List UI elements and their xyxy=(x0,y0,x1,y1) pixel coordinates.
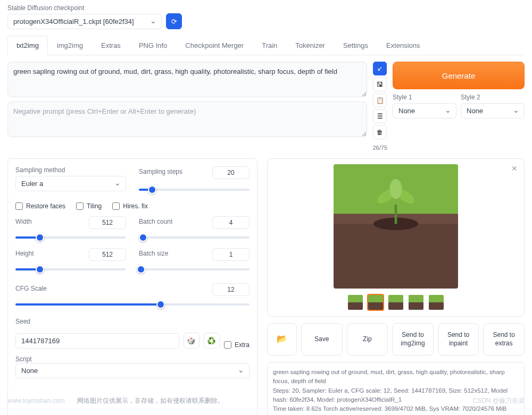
generate-button[interactable]: Generate xyxy=(393,62,525,89)
cfg-slider[interactable] xyxy=(15,299,250,310)
svg-rect-17 xyxy=(409,302,423,310)
svg-rect-19 xyxy=(429,302,444,310)
batch-count-input[interactable] xyxy=(212,216,250,229)
generation-info: green sapling rowing out of ground, mud,… xyxy=(267,362,525,415)
script-select[interactable]: None xyxy=(15,363,250,378)
sampling-steps-label: Sampling steps xyxy=(139,168,182,175)
style2-select[interactable]: None xyxy=(461,103,525,118)
negative-prompt-input[interactable] xyxy=(7,101,367,137)
settings-panel: Sampling method Euler a Sampling steps R… xyxy=(7,158,257,415)
tiling-check[interactable]: Tiling xyxy=(76,202,102,210)
batch-size-slider[interactable] xyxy=(139,264,250,275)
batch-size-label: Batch size xyxy=(139,250,168,257)
folder-icon: 📂 xyxy=(277,334,287,343)
tab-pnginfo[interactable]: PNG Info xyxy=(130,36,176,55)
height-label: Height xyxy=(15,250,34,257)
checkpoint-select[interactable]: protogenX34OfficialR_1.ckpt [60fe2f34] xyxy=(7,14,162,29)
save-button[interactable]: Save xyxy=(301,323,343,355)
height-slider[interactable] xyxy=(15,264,126,275)
trash-icon: 🗑 xyxy=(377,129,383,136)
cfg-label: CFG Scale xyxy=(15,285,47,292)
watermark-url: www.toymoban.com xyxy=(7,397,64,404)
hires-fix-check[interactable]: Hires. fix xyxy=(112,202,148,210)
apply-style-button[interactable]: ☰ xyxy=(373,109,387,123)
style1-label: Style 1 xyxy=(393,94,456,101)
send-img2img-button[interactable]: Send to img2img xyxy=(392,323,434,355)
svg-rect-10 xyxy=(348,295,363,302)
gallery-thumb-4[interactable] xyxy=(428,294,445,311)
save-style-button[interactable]: 🖫 xyxy=(373,78,387,91)
tab-img2img[interactable]: img2img xyxy=(48,36,92,55)
main-tabs: txt2img img2img Extras PNG Info Checkpoi… xyxy=(7,36,525,55)
gallery-thumb-0[interactable] xyxy=(347,294,364,311)
watermark-text: 网络图片仅供展示，非存储，如有侵权请联系删除。 xyxy=(77,397,224,404)
width-input[interactable] xyxy=(89,216,126,229)
tab-tokenizer[interactable]: Tokenizer xyxy=(286,36,334,55)
tab-settings[interactable]: Settings xyxy=(334,36,377,55)
script-label: Script xyxy=(15,355,32,363)
send-inpaint-button[interactable]: Send to inpaint xyxy=(438,323,479,355)
arrow-icon: ↙ xyxy=(377,65,383,72)
dice-icon: 🎲 xyxy=(187,337,196,345)
tab-checkpoint-merger[interactable]: Checkpoint Merger xyxy=(176,36,253,55)
gallery-thumb-2[interactable] xyxy=(387,294,404,311)
width-label: Width xyxy=(15,218,32,225)
info-prompt: green sapling rowing out of ground, mud,… xyxy=(273,368,519,386)
tab-extras[interactable]: Extras xyxy=(92,36,130,55)
batch-size-input[interactable] xyxy=(212,248,250,261)
output-gallery: ✕ xyxy=(267,158,525,317)
tab-txt2img[interactable]: txt2img xyxy=(7,36,48,55)
open-folder-button[interactable]: 📂 xyxy=(267,323,297,355)
sapling-image xyxy=(334,164,458,289)
token-counter: 26/75 xyxy=(372,145,387,151)
zip-button[interactable]: Zip xyxy=(347,323,388,355)
prompt-input[interactable]: green sapling rowing out of ground, mud,… xyxy=(7,62,367,97)
restore-faces-check[interactable]: Restore faces xyxy=(15,202,65,210)
main-output-image[interactable] xyxy=(334,164,458,289)
refresh-checkpoint-button[interactable]: ⟳ xyxy=(166,13,182,29)
cfg-input[interactable] xyxy=(212,283,250,296)
save-icon: 🖫 xyxy=(377,81,383,88)
style2-label: Style 2 xyxy=(461,94,525,101)
svg-rect-11 xyxy=(348,302,363,310)
tab-extensions[interactable]: Extensions xyxy=(377,36,429,55)
gallery-thumb-1[interactable] xyxy=(367,294,384,311)
style1-select[interactable]: None xyxy=(393,103,456,118)
list-icon: ☰ xyxy=(377,113,383,120)
checkpoint-label: Stable Diffusion checkpoint xyxy=(7,4,162,12)
batch-count-label: Batch count xyxy=(139,218,172,225)
sampling-method-select[interactable]: Euler a xyxy=(15,176,126,191)
info-timing: Time taken: 8.62s Torch active/reserved:… xyxy=(273,404,519,415)
tab-train[interactable]: Train xyxy=(253,36,286,55)
seed-input[interactable] xyxy=(15,333,179,349)
sampling-method-label: Sampling method xyxy=(15,166,126,174)
svg-rect-16 xyxy=(409,295,423,302)
seed-label: Seed xyxy=(15,318,30,325)
svg-rect-13 xyxy=(368,302,383,310)
svg-point-9 xyxy=(389,179,402,199)
sampling-steps-input[interactable] xyxy=(212,166,250,179)
clear-button[interactable]: 🗑 xyxy=(373,125,387,139)
paste-button[interactable]: 📋 xyxy=(373,94,387,107)
svg-rect-12 xyxy=(368,295,383,302)
svg-rect-18 xyxy=(429,295,444,302)
send-extras-button[interactable]: Send to extras xyxy=(483,323,525,355)
close-icon[interactable]: ✕ xyxy=(511,164,518,173)
height-input[interactable] xyxy=(89,248,126,261)
recycle-icon: ♻️ xyxy=(207,337,216,345)
refresh-icon: ⟳ xyxy=(171,18,177,26)
batch-count-slider[interactable] xyxy=(139,232,250,243)
csdn-watermark: CSDN @镰刀韭菜 xyxy=(472,396,525,405)
random-seed-button[interactable]: 🎲 xyxy=(184,333,200,349)
width-slider[interactable] xyxy=(15,232,126,243)
svg-rect-14 xyxy=(388,295,403,302)
gallery-thumb-3[interactable] xyxy=(408,294,425,311)
seed-extra-check[interactable]: Extra xyxy=(224,341,250,349)
svg-rect-15 xyxy=(388,302,403,310)
sampling-steps-slider[interactable] xyxy=(139,184,250,195)
clipboard-icon: 📋 xyxy=(376,97,384,104)
reuse-seed-button[interactable]: ♻️ xyxy=(204,333,220,349)
interrogate-button[interactable]: ↙ xyxy=(373,62,387,75)
